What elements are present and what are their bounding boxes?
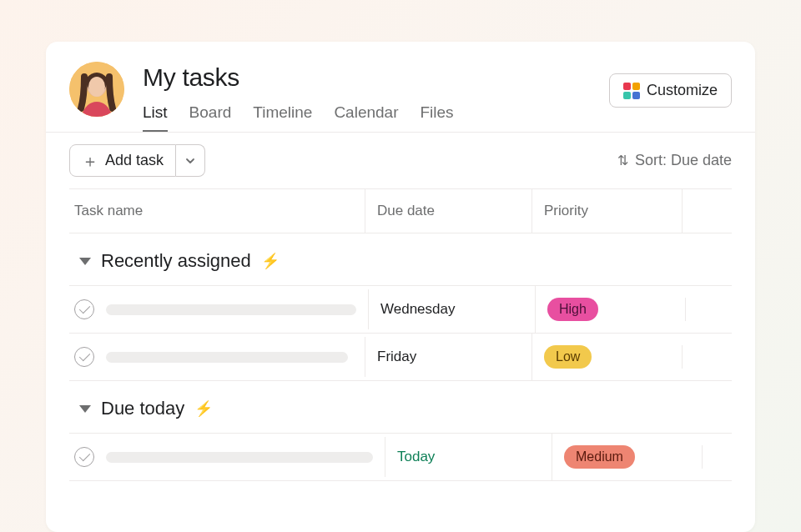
task-title-placeholder: [106, 304, 356, 315]
sort-icon: ⇅: [617, 153, 628, 168]
add-task-dropdown-button[interactable]: [176, 144, 205, 177]
complete-check-icon[interactable]: [74, 447, 94, 467]
row-actions-cell: [702, 445, 752, 469]
svg-point-2: [88, 77, 105, 97]
row-actions-cell: [682, 345, 732, 369]
task-name-cell: [69, 335, 365, 379]
tab-board[interactable]: Board: [189, 103, 232, 132]
tab-timeline[interactable]: Timeline: [253, 103, 312, 132]
avatar[interactable]: [69, 62, 124, 117]
bolt-icon: ⚡: [194, 399, 213, 418]
column-due-date[interactable]: Due date: [365, 189, 531, 233]
customize-button[interactable]: Customize: [609, 73, 732, 108]
task-title-placeholder: [106, 452, 373, 463]
complete-check-icon[interactable]: [74, 347, 94, 367]
tab-files[interactable]: Files: [420, 103, 453, 132]
tabs: ListBoardTimelineCalendarFiles: [143, 103, 732, 132]
due-date-cell[interactable]: Today: [385, 437, 552, 477]
add-task-label: Add task: [105, 152, 164, 169]
add-task-group: ＋ Add task: [69, 144, 205, 177]
tab-list[interactable]: List: [143, 103, 168, 132]
customize-icon: [623, 83, 640, 99]
complete-check-icon[interactable]: [74, 299, 94, 319]
priority-cell[interactable]: High: [535, 286, 685, 333]
toolbar: ＋ Add task ⇅ Sort: Due date: [46, 133, 755, 188]
bolt-icon: ⚡: [261, 252, 280, 270]
sort-label: Sort: Due date: [635, 152, 732, 169]
section-header: Recently assigned⚡: [46, 233, 755, 285]
due-date-cell[interactable]: Friday: [365, 337, 531, 377]
task-name-cell: [69, 435, 385, 479]
column-task-name[interactable]: Task name: [69, 189, 365, 233]
priority-cell[interactable]: Low: [531, 334, 682, 380]
customize-label: Customize: [647, 82, 718, 99]
row-actions-cell: [685, 298, 735, 321]
task-row[interactable]: WednesdayHigh: [69, 285, 732, 333]
task-title-placeholder: [106, 352, 348, 363]
section-caret-icon[interactable]: [79, 258, 91, 265]
my-tasks-panel: My tasks ListBoardTimelineCalendarFiles …: [46, 42, 755, 532]
table-header: Task name Due date Priority: [69, 188, 732, 233]
column-add[interactable]: [682, 189, 732, 233]
header: My tasks ListBoardTimelineCalendarFiles …: [46, 42, 755, 132]
plus-icon: ＋: [82, 153, 98, 169]
section-caret-icon[interactable]: [79, 405, 91, 413]
priority-cell[interactable]: Medium: [552, 434, 702, 480]
priority-pill: High: [547, 298, 598, 321]
add-task-button[interactable]: ＋ Add task: [69, 144, 176, 177]
tab-calendar[interactable]: Calendar: [334, 103, 398, 132]
column-priority[interactable]: Priority: [531, 189, 682, 233]
section-header: Due today⚡: [46, 381, 755, 433]
chevron-down-icon: [184, 155, 196, 167]
task-name-cell: [69, 288, 368, 331]
due-date-cell[interactable]: Wednesday: [368, 289, 535, 329]
sections: Recently assigned⚡WednesdayHighFridayLow…: [46, 233, 755, 481]
priority-pill: Low: [544, 345, 592, 369]
section-title: Recently assigned: [101, 250, 251, 272]
priority-pill: Medium: [564, 445, 635, 469]
task-row[interactable]: TodayMedium: [69, 433, 732, 481]
section-title: Due today: [101, 398, 184, 419]
task-row[interactable]: FridayLow: [69, 333, 732, 381]
sort-button[interactable]: ⇅ Sort: Due date: [617, 152, 732, 169]
